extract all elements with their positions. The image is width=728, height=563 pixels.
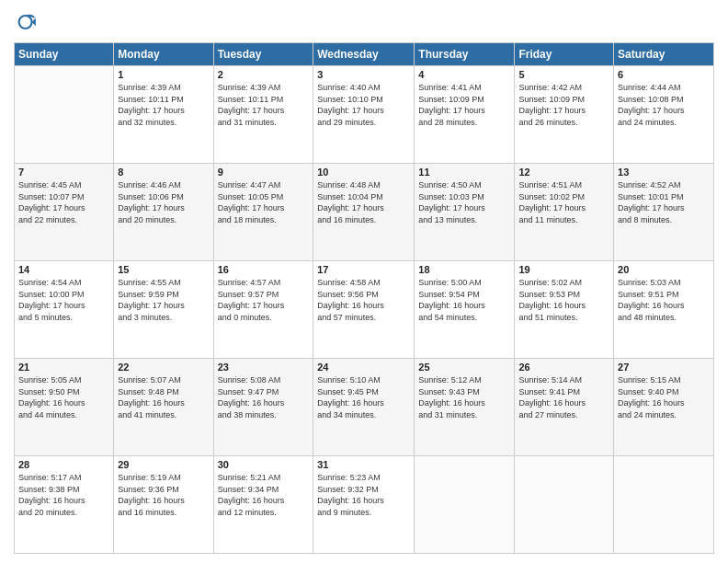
calendar-week-row: 14Sunrise: 4:54 AM Sunset: 10:00 PM Dayl… <box>15 261 714 359</box>
day-info: Sunrise: 5:03 AM Sunset: 9:51 PM Dayligh… <box>618 277 710 323</box>
day-info: Sunrise: 5:05 AM Sunset: 9:50 PM Dayligh… <box>18 374 109 420</box>
day-number: 27 <box>618 362 710 373</box>
day-of-week-header: Saturday <box>614 43 714 66</box>
calendar-day-cell: 18Sunrise: 5:00 AM Sunset: 9:54 PM Dayli… <box>415 261 515 359</box>
day-info: Sunrise: 4:58 AM Sunset: 9:56 PM Dayligh… <box>317 277 410 323</box>
day-info: Sunrise: 4:40 AM Sunset: 10:10 PM Daylig… <box>317 82 410 128</box>
day-info: Sunrise: 4:57 AM Sunset: 9:57 PM Dayligh… <box>218 277 310 323</box>
day-number: 24 <box>317 362 410 373</box>
calendar-day-cell: 15Sunrise: 4:55 AM Sunset: 9:59 PM Dayli… <box>114 261 213 359</box>
calendar-page: SundayMondayTuesdayWednesdayThursdayFrid… <box>0 0 728 563</box>
day-number: 3 <box>317 69 410 80</box>
calendar-day-cell: 28Sunrise: 5:17 AM Sunset: 9:38 PM Dayli… <box>15 456 114 554</box>
calendar-day-cell: 16Sunrise: 4:57 AM Sunset: 9:57 PM Dayli… <box>213 261 313 359</box>
calendar-day-cell: 21Sunrise: 5:05 AM Sunset: 9:50 PM Dayli… <box>15 359 114 456</box>
day-info: Sunrise: 5:00 AM Sunset: 9:54 PM Dayligh… <box>418 277 510 323</box>
day-info: Sunrise: 5:14 AM Sunset: 9:41 PM Dayligh… <box>518 374 609 420</box>
day-info: Sunrise: 4:39 AM Sunset: 10:11 PM Daylig… <box>218 82 310 128</box>
calendar-day-cell: 17Sunrise: 4:58 AM Sunset: 9:56 PM Dayli… <box>313 261 415 359</box>
day-of-week-header: Monday <box>114 43 213 66</box>
day-number: 12 <box>518 167 609 178</box>
calendar-day-cell: 31Sunrise: 5:23 AM Sunset: 9:32 PM Dayli… <box>313 456 415 554</box>
day-of-week-header: Sunday <box>15 43 114 66</box>
day-of-week-header: Thursday <box>415 43 515 66</box>
logo-icon <box>14 9 40 35</box>
calendar-day-cell: 1Sunrise: 4:39 AM Sunset: 10:11 PM Dayli… <box>114 66 213 164</box>
svg-point-0 <box>19 16 32 29</box>
calendar-day-cell <box>614 456 714 554</box>
day-number: 20 <box>618 264 710 275</box>
day-number: 5 <box>518 69 609 80</box>
calendar-table: SundayMondayTuesdayWednesdayThursdayFrid… <box>14 42 714 554</box>
calendar-day-cell: 5Sunrise: 4:42 AM Sunset: 10:09 PM Dayli… <box>515 66 614 164</box>
day-info: Sunrise: 4:52 AM Sunset: 10:01 PM Daylig… <box>618 179 710 225</box>
day-info: Sunrise: 4:55 AM Sunset: 9:59 PM Dayligh… <box>118 277 209 323</box>
calendar-day-cell: 27Sunrise: 5:15 AM Sunset: 9:40 PM Dayli… <box>614 359 714 456</box>
day-number: 30 <box>218 459 310 470</box>
calendar-day-cell: 25Sunrise: 5:12 AM Sunset: 9:43 PM Dayli… <box>415 359 515 456</box>
calendar-day-cell: 2Sunrise: 4:39 AM Sunset: 10:11 PM Dayli… <box>213 66 313 164</box>
calendar-day-cell: 11Sunrise: 4:50 AM Sunset: 10:03 PM Dayl… <box>415 164 515 261</box>
day-number: 1 <box>118 69 209 80</box>
calendar-day-cell: 30Sunrise: 5:21 AM Sunset: 9:34 PM Dayli… <box>213 456 313 554</box>
day-info: Sunrise: 5:21 AM Sunset: 9:34 PM Dayligh… <box>218 472 310 518</box>
calendar-day-cell: 10Sunrise: 4:48 AM Sunset: 10:04 PM Dayl… <box>313 164 415 261</box>
day-info: Sunrise: 5:10 AM Sunset: 9:45 PM Dayligh… <box>317 374 410 420</box>
day-info: Sunrise: 5:08 AM Sunset: 9:47 PM Dayligh… <box>218 374 310 420</box>
day-info: Sunrise: 4:42 AM Sunset: 10:09 PM Daylig… <box>518 82 609 128</box>
day-info: Sunrise: 4:48 AM Sunset: 10:04 PM Daylig… <box>317 179 410 225</box>
day-number: 18 <box>418 264 510 275</box>
day-number: 15 <box>118 264 209 275</box>
calendar-day-cell: 13Sunrise: 4:52 AM Sunset: 10:01 PM Dayl… <box>614 164 714 261</box>
day-number: 9 <box>218 167 310 178</box>
day-info: Sunrise: 4:41 AM Sunset: 10:09 PM Daylig… <box>418 82 510 128</box>
calendar-day-cell: 12Sunrise: 4:51 AM Sunset: 10:02 PM Dayl… <box>515 164 614 261</box>
day-info: Sunrise: 4:51 AM Sunset: 10:02 PM Daylig… <box>518 179 609 225</box>
calendar-day-cell: 24Sunrise: 5:10 AM Sunset: 9:45 PM Dayli… <box>313 359 415 456</box>
day-of-week-header: Wednesday <box>313 43 415 66</box>
calendar-day-cell: 3Sunrise: 4:40 AM Sunset: 10:10 PM Dayli… <box>313 66 415 164</box>
calendar-week-row: 21Sunrise: 5:05 AM Sunset: 9:50 PM Dayli… <box>15 359 714 456</box>
calendar-day-cell: 7Sunrise: 4:45 AM Sunset: 10:07 PM Dayli… <box>15 164 114 261</box>
day-info: Sunrise: 4:47 AM Sunset: 10:05 PM Daylig… <box>218 179 310 225</box>
day-info: Sunrise: 4:54 AM Sunset: 10:00 PM Daylig… <box>18 277 109 323</box>
calendar-day-cell <box>15 66 114 164</box>
day-info: Sunrise: 5:07 AM Sunset: 9:48 PM Dayligh… <box>118 374 209 420</box>
day-number: 19 <box>518 264 609 275</box>
day-number: 7 <box>18 167 109 178</box>
day-info: Sunrise: 5:02 AM Sunset: 9:53 PM Dayligh… <box>518 277 609 323</box>
day-info: Sunrise: 5:23 AM Sunset: 9:32 PM Dayligh… <box>317 472 410 518</box>
header <box>14 9 714 35</box>
day-info: Sunrise: 5:15 AM Sunset: 9:40 PM Dayligh… <box>618 374 710 420</box>
calendar-week-row: 1Sunrise: 4:39 AM Sunset: 10:11 PM Dayli… <box>15 66 714 164</box>
day-number: 21 <box>18 362 109 373</box>
day-number: 29 <box>118 459 209 470</box>
day-info: Sunrise: 4:45 AM Sunset: 10:07 PM Daylig… <box>18 179 109 225</box>
day-info: Sunrise: 4:46 AM Sunset: 10:06 PM Daylig… <box>118 179 209 225</box>
calendar-day-cell: 14Sunrise: 4:54 AM Sunset: 10:00 PM Dayl… <box>15 261 114 359</box>
calendar-day-cell: 29Sunrise: 5:19 AM Sunset: 9:36 PM Dayli… <box>114 456 213 554</box>
day-number: 6 <box>618 69 710 80</box>
calendar-header-row: SundayMondayTuesdayWednesdayThursdayFrid… <box>15 43 714 66</box>
day-number: 2 <box>218 69 310 80</box>
day-number: 22 <box>118 362 209 373</box>
calendar-day-cell <box>515 456 614 554</box>
day-number: 31 <box>317 459 410 470</box>
calendar-day-cell: 20Sunrise: 5:03 AM Sunset: 9:51 PM Dayli… <box>614 261 714 359</box>
day-number: 14 <box>18 264 109 275</box>
day-info: Sunrise: 5:19 AM Sunset: 9:36 PM Dayligh… <box>118 472 209 518</box>
calendar-day-cell: 9Sunrise: 4:47 AM Sunset: 10:05 PM Dayli… <box>213 164 313 261</box>
calendar-week-row: 28Sunrise: 5:17 AM Sunset: 9:38 PM Dayli… <box>15 456 714 554</box>
day-number: 16 <box>218 264 310 275</box>
day-info: Sunrise: 5:12 AM Sunset: 9:43 PM Dayligh… <box>418 374 510 420</box>
day-info: Sunrise: 5:17 AM Sunset: 9:38 PM Dayligh… <box>18 472 109 518</box>
day-number: 4 <box>418 69 510 80</box>
calendar-day-cell: 19Sunrise: 5:02 AM Sunset: 9:53 PM Dayli… <box>515 261 614 359</box>
day-info: Sunrise: 4:44 AM Sunset: 10:08 PM Daylig… <box>618 82 710 128</box>
day-number: 23 <box>218 362 310 373</box>
day-number: 10 <box>317 167 410 178</box>
calendar-day-cell: 6Sunrise: 4:44 AM Sunset: 10:08 PM Dayli… <box>614 66 714 164</box>
calendar-day-cell: 23Sunrise: 5:08 AM Sunset: 9:47 PM Dayli… <box>213 359 313 456</box>
day-number: 26 <box>518 362 609 373</box>
day-number: 11 <box>418 167 510 178</box>
